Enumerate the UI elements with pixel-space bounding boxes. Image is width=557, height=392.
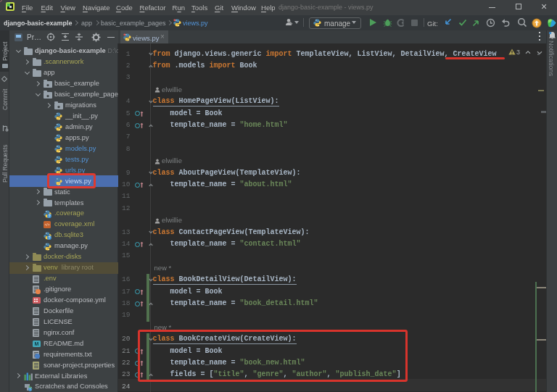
svg-text:!: ! (30, 388, 30, 391)
